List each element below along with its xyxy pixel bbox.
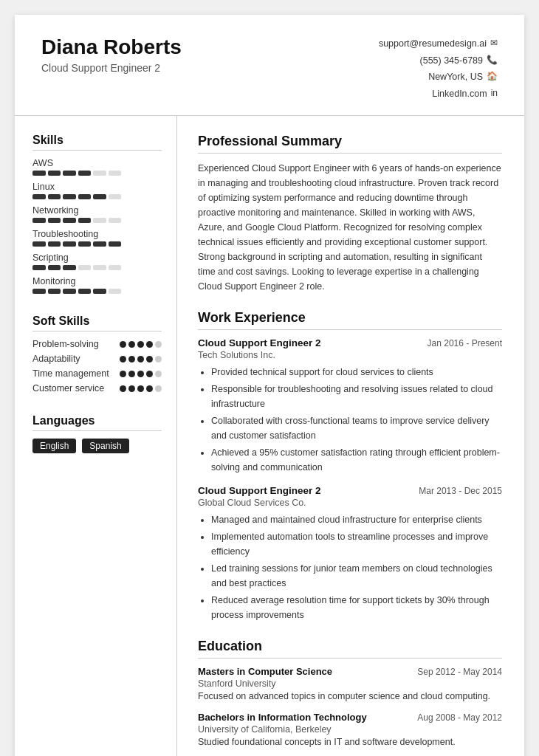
phone-text: (555) 345-6789 xyxy=(420,52,483,69)
soft-skill-dots xyxy=(120,341,162,348)
soft-skills-title: Soft Skills xyxy=(32,315,162,331)
job-bullet: Responsible for troubleshooting and reso… xyxy=(211,382,502,411)
education-entry: Bachelors in Information TechnologyAug 2… xyxy=(198,712,502,747)
job-bullet: Managed and maintained cloud infrastruct… xyxy=(211,512,502,527)
skill-name: Networking xyxy=(32,205,162,216)
skill-name: Monitoring xyxy=(32,276,162,286)
skill-item: Scripting xyxy=(32,252,162,270)
skill-bar xyxy=(32,218,121,223)
candidate-title: Cloud Support Engineer 2 xyxy=(41,62,182,74)
email-text: support@resumedesign.ai xyxy=(379,35,487,52)
location-text: NewYork, US xyxy=(428,69,483,86)
email-icon: ✉ xyxy=(490,35,498,52)
filled-dot xyxy=(146,385,153,392)
skill-bar-filled-seg xyxy=(48,289,61,294)
header-left: Diana Roberts Cloud Support Engineer 2 xyxy=(41,35,182,74)
email-row: support@resumedesign.ai ✉ xyxy=(379,35,498,52)
education-entry: Masters in Computer ScienceSep 2012 - Ma… xyxy=(198,666,502,701)
filled-dot xyxy=(137,341,144,348)
filled-dot xyxy=(120,356,126,362)
job-bullet: Provided technical support for cloud ser… xyxy=(211,365,502,379)
work-section: Work Experience Cloud Support Engineer 2… xyxy=(198,310,502,622)
skill-bar-filled-seg xyxy=(78,289,92,294)
job-date: Mar 2013 - Dec 2015 xyxy=(419,486,502,496)
soft-skill-name: Adaptability xyxy=(32,354,80,364)
edu-degree: Masters in Computer Science xyxy=(198,666,332,677)
sidebar: Skills AWSLinuxNetworkingTroubleshooting… xyxy=(15,116,177,756)
skill-bar-filled-seg xyxy=(32,218,46,223)
skill-bar-filled-seg xyxy=(48,171,61,176)
soft-skill-name: Time management xyxy=(32,368,109,379)
skills-list: AWSLinuxNetworkingTroubleshootingScripti… xyxy=(32,158,162,294)
edu-header: Masters in Computer ScienceSep 2012 - Ma… xyxy=(198,666,502,677)
job-title: Cloud Support Engineer 2 xyxy=(198,485,321,496)
summary-title: Professional Summary xyxy=(198,134,502,154)
skill-bar xyxy=(32,194,121,199)
edu-date: Sep 2012 - May 2014 xyxy=(417,667,502,677)
job-bullet: Achieved a 95% customer satisfaction rat… xyxy=(211,445,502,475)
skill-item: Monitoring xyxy=(32,276,162,294)
skill-bar-empty-seg xyxy=(109,171,122,176)
empty-dot xyxy=(155,385,162,392)
skill-bar-empty-seg xyxy=(93,171,106,176)
filled-dot xyxy=(128,356,135,362)
skills-section: Skills AWSLinuxNetworkingTroubleshooting… xyxy=(32,134,162,294)
skill-bar-filled-seg xyxy=(109,241,122,247)
job-bullets: Provided technical support for cloud ser… xyxy=(198,365,502,475)
soft-skill-dots xyxy=(120,385,162,392)
skill-bar-empty-seg xyxy=(109,194,122,199)
filled-dot xyxy=(128,385,135,392)
skill-bar-filled-seg xyxy=(78,241,92,247)
home-icon: 🏠 xyxy=(487,69,498,85)
soft-skill-dots xyxy=(120,356,162,362)
education-section: Education Masters in Computer ScienceSep… xyxy=(198,639,502,747)
skill-bar-filled-seg xyxy=(32,194,46,199)
skill-bar-filled-seg xyxy=(48,241,61,247)
education-list: Masters in Computer ScienceSep 2012 - Ma… xyxy=(198,666,502,747)
skill-bar-filled-seg xyxy=(93,241,106,247)
skill-bar xyxy=(32,289,121,294)
filled-dot xyxy=(128,371,135,377)
filled-dot xyxy=(120,385,126,392)
job-title: Cloud Support Engineer 2 xyxy=(198,337,321,348)
edu-school: University of California, Berkeley xyxy=(198,724,502,735)
skill-bar xyxy=(32,241,121,247)
candidate-name: Diana Roberts xyxy=(41,35,182,59)
soft-skill-row: Adaptability xyxy=(32,354,162,364)
skill-bar-empty-seg xyxy=(93,218,106,223)
skill-bar-filled-seg xyxy=(32,171,46,176)
job-header: Cloud Support Engineer 2Jan 2016 - Prese… xyxy=(198,337,502,348)
filled-dot xyxy=(146,371,153,377)
skill-bar-filled-seg xyxy=(48,265,61,270)
main-content: Professional Summary Experienced Cloud S… xyxy=(177,116,524,756)
edu-school: Stanford University xyxy=(198,678,502,689)
skill-bar-filled-seg xyxy=(32,265,46,270)
languages-title: Languages xyxy=(32,414,162,431)
linkedin-icon: in xyxy=(491,86,498,102)
job-company: Tech Solutions Inc. xyxy=(198,350,502,360)
filled-dot xyxy=(137,371,144,377)
jobs-list: Cloud Support Engineer 2Jan 2016 - Prese… xyxy=(198,337,502,622)
empty-dot xyxy=(155,356,162,362)
linkedin-row: LinkedIn.com in xyxy=(379,86,498,103)
job-date: Jan 2016 - Present xyxy=(428,338,502,348)
skill-bar-filled-seg xyxy=(63,241,76,247)
edu-header: Bachelors in Information TechnologyAug 2… xyxy=(198,712,502,723)
skill-bar-filled-seg xyxy=(78,218,92,223)
soft-skill-row: Customer service xyxy=(32,383,162,394)
job-bullet: Collaborated with cross-functional teams… xyxy=(211,413,502,443)
job-bullet: Reduced average resolution time for supp… xyxy=(211,593,502,622)
empty-dot xyxy=(155,341,162,348)
job-bullet: Led training sessions for junior team me… xyxy=(211,561,502,591)
skill-bar-filled-seg xyxy=(32,289,46,294)
header: Diana Roberts Cloud Support Engineer 2 s… xyxy=(15,15,524,116)
skill-bar-filled-seg xyxy=(48,218,61,223)
skill-bar-empty-seg xyxy=(109,289,122,294)
skill-bar-filled-seg xyxy=(93,194,106,199)
summary-section: Professional Summary Experienced Cloud S… xyxy=(198,134,502,294)
skill-bar-empty-seg xyxy=(78,265,92,270)
skill-bar-filled-seg xyxy=(63,194,76,199)
filled-dot xyxy=(146,341,153,348)
skill-name: Linux xyxy=(32,182,162,192)
skill-bar-empty-seg xyxy=(109,218,122,223)
